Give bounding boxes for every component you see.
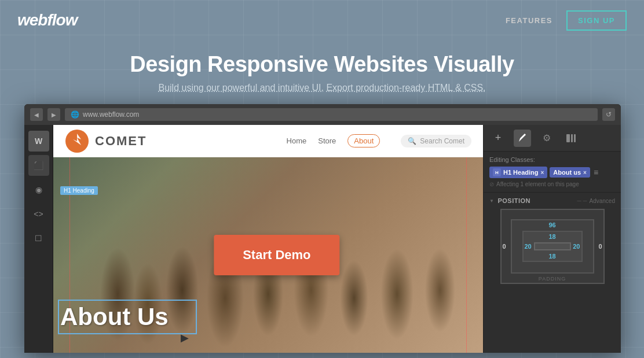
nav-store[interactable]: Store xyxy=(318,136,336,145)
browser-forward-btn[interactable]: ▶ xyxy=(47,108,60,121)
advanced-label[interactable]: ─ ─ Advanced xyxy=(577,198,615,204)
padding-top-value[interactable]: 18 xyxy=(548,233,555,240)
h1-heading-badge: H1 Heading xyxy=(60,186,98,195)
svg-rect-2 xyxy=(571,134,573,142)
sidebar-code-icon[interactable]: <> xyxy=(28,204,49,224)
affecting-text: Affecting 1 element on this page xyxy=(489,181,615,187)
browser-mockup: ◀ ▶ 🌐 www.webflow.com ↺ W ⬛ ◉ <> ☐ xyxy=(24,104,621,353)
layout-icon[interactable] xyxy=(562,130,580,147)
nav-home[interactable]: Home xyxy=(287,136,307,145)
right-panel: + ⚙ Editing Class xyxy=(483,125,621,353)
guideline-right xyxy=(466,125,467,353)
h1-tag-close[interactable]: × xyxy=(541,169,544,176)
padding-left-value[interactable]: 20 xyxy=(525,243,532,250)
class-tags-container: H H1 Heading × About us × ≡ xyxy=(489,167,615,178)
wf-logo-icon[interactable]: W xyxy=(28,131,49,152)
logo[interactable]: webflow xyxy=(17,11,77,29)
browser-url: www.webflow.com xyxy=(83,110,139,119)
position-section-title: POSITION xyxy=(489,197,530,204)
h1-class-tag[interactable]: H H1 Heading × xyxy=(489,167,547,178)
webflow-sidebar: W ⬛ ◉ <> ☐ xyxy=(24,125,53,353)
class-tag-icon-h1: H xyxy=(493,168,501,176)
browser-chrome: ◀ ▶ 🌐 www.webflow.com ↺ xyxy=(24,104,621,125)
browser-reload-btn[interactable]: ↺ xyxy=(602,108,615,121)
site-brand-name: COMET xyxy=(95,134,147,149)
sidebar-layout-icon[interactable]: ☐ xyxy=(28,228,49,249)
top-navigation: webflow FEATURES SIGN UP xyxy=(0,0,644,40)
about-tag-label: About us xyxy=(553,169,581,176)
add-icon[interactable]: + xyxy=(489,130,507,147)
about-tag-close[interactable]: × xyxy=(583,169,587,176)
nav-about[interactable]: About xyxy=(347,134,380,147)
top-value[interactable]: 96 xyxy=(548,222,555,228)
signup-button[interactable]: SIGN UP xyxy=(566,10,627,31)
search-placeholder: Search Comet xyxy=(420,137,464,145)
sidebar-canvas-icon[interactable]: ⬛ xyxy=(28,155,49,176)
hero-background: H1 Heading About Us Start Demo ▶ xyxy=(53,157,483,353)
padding-bottom-value[interactable]: 18 xyxy=(548,253,555,260)
browser-address-bar[interactable]: 🌐 www.webflow.com xyxy=(65,108,598,121)
globe-icon: 🌐 xyxy=(71,110,79,119)
subtitle-part1: Build using our powerful and intuitive U… xyxy=(158,83,324,93)
hero-title: Design Responsive Websites Visually xyxy=(12,52,632,77)
right-panel-toolbar: + ⚙ xyxy=(484,125,621,152)
site-logo: COMET xyxy=(65,129,147,153)
svg-rect-1 xyxy=(566,134,570,142)
content-box xyxy=(534,242,571,250)
site-navigation: COMET Home Store About 🔍 Search Comet xyxy=(53,125,483,157)
hero-section: Design Responsive Websites Visually Buil… xyxy=(0,40,644,107)
more-options-icon[interactable]: ≡ xyxy=(594,168,598,177)
cursor: ▶ xyxy=(181,331,189,344)
about-class-tag[interactable]: About us × xyxy=(550,167,590,178)
search-icon: 🔍 xyxy=(408,137,416,145)
subtitle-part2: Export production-ready HTML & CSS. xyxy=(326,83,485,93)
advanced-text: Advanced xyxy=(590,198,615,204)
section-header: POSITION ─ ─ Advanced xyxy=(489,197,615,204)
margin-right-value[interactable]: 0 xyxy=(598,243,602,250)
hero-subtitle: Build using our powerful and intuitive U… xyxy=(12,83,632,93)
padding-label: PADDING xyxy=(539,276,566,282)
margin-left-value[interactable]: 0 xyxy=(503,243,506,250)
settings-icon[interactable]: ⚙ xyxy=(538,130,555,147)
comet-logo-svg xyxy=(65,129,89,153)
editing-classes-label: Editing Classes: xyxy=(489,156,615,163)
sidebar-eye-icon[interactable]: ◉ xyxy=(28,179,49,200)
start-demo-button[interactable]: Start Demo xyxy=(214,235,339,275)
selection-box xyxy=(58,300,197,334)
site-hero: H1 Heading About Us Start Demo ▶ xyxy=(53,157,483,353)
browser-back-btn[interactable]: ◀ xyxy=(30,108,43,121)
svg-rect-3 xyxy=(574,134,576,142)
columns-icon xyxy=(566,134,576,142)
position-section: POSITION ─ ─ Advanced 0 0 96 xyxy=(484,193,621,289)
website-preview: COMET Home Store About 🔍 Search Comet xyxy=(53,125,483,353)
browser-content: W ⬛ ◉ <> ☐ COMET H xyxy=(24,125,621,353)
site-menu: Home Store About 🔍 Search Comet xyxy=(287,134,471,147)
pen-icon xyxy=(518,134,527,143)
editing-classes-section: Editing Classes: H H1 Heading × About us… xyxy=(484,152,621,193)
features-link[interactable]: FEATURES xyxy=(506,16,552,25)
nav-right: FEATURES SIGN UP xyxy=(506,10,627,31)
box-model: 0 0 96 18 20 20 18 PADDING xyxy=(500,209,605,284)
site-search[interactable]: 🔍 Search Comet xyxy=(401,135,471,147)
h1-tag-label: H1 Heading xyxy=(503,169,539,176)
style-icon[interactable] xyxy=(514,130,531,147)
padding-right-value[interactable]: 20 xyxy=(573,243,580,250)
